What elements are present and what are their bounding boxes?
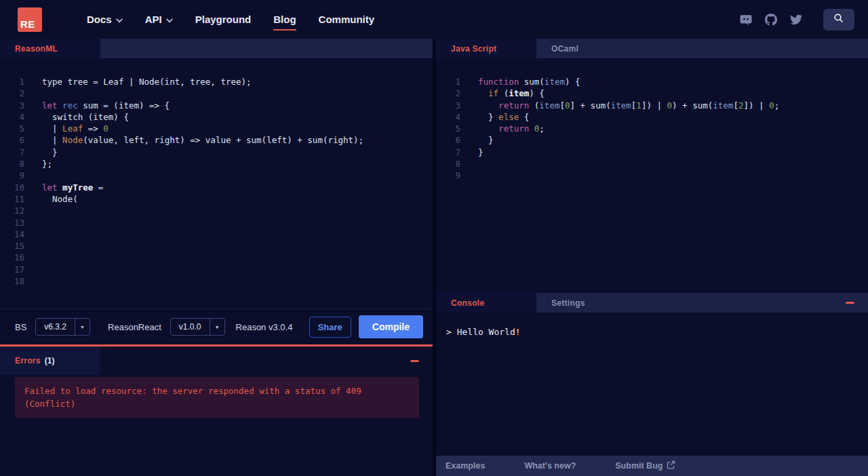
app-window: RE DocsAPIPlaygroundBlogCommunity (0, 0, 868, 476)
code-line: 18 (0, 275, 433, 287)
code-line: 14 (0, 229, 433, 240)
line-number: 10 (0, 182, 24, 193)
nav-item-playground[interactable]: Playground (195, 9, 252, 29)
footer-link-what-s-new-[interactable]: What's new? (524, 461, 576, 471)
code-text: return 0; (460, 123, 545, 134)
code-text (24, 240, 47, 252)
left-panel: ReasonML 1type tree = Leaf | Node(int, t… (0, 39, 433, 476)
line-number: 9 (436, 170, 460, 181)
code-line: 12 (0, 205, 433, 216)
line-number: 7 (0, 146, 24, 158)
code-text: let rec sum = (item) => { (24, 100, 170, 111)
line-number: 5 (436, 123, 460, 134)
code-text: if (item) { (460, 87, 545, 99)
error-message-line: (Conflict) (24, 397, 410, 410)
line-number: 11 (0, 193, 24, 205)
code-line: 1function sum(item) { (436, 76, 868, 87)
line-number: 1 (0, 76, 24, 87)
line-number: 9 (0, 170, 24, 181)
twitter-icon[interactable] (790, 14, 802, 26)
nav-item-blog[interactable]: Blog (273, 9, 296, 29)
line-number: 16 (0, 252, 24, 263)
tab-ocaml-label: OCaml (551, 44, 578, 54)
code-text (460, 158, 484, 170)
console-output-line: > Hello World! (446, 327, 521, 337)
code-line: 4 switch (item) { (0, 111, 433, 123)
line-number: 7 (436, 146, 460, 158)
footer-link-label: What's new? (524, 461, 576, 471)
line-number: 8 (0, 158, 24, 170)
nav-item-label: Playground (195, 14, 252, 25)
code-line: 17 (0, 264, 433, 275)
logo-text: RE (20, 18, 35, 30)
code-line: 7 } (0, 146, 433, 158)
share-button[interactable]: Share (309, 317, 351, 338)
code-text: function sum(item) { (460, 76, 580, 87)
reasonreact-version-dropdown[interactable]: v1.0.0 ▾ (170, 318, 225, 336)
line-number: 4 (0, 111, 24, 123)
discord-icon[interactable] (740, 14, 752, 26)
footer-link-examples[interactable]: Examples (446, 461, 485, 471)
tab-errors[interactable]: Errors (1) (0, 346, 100, 375)
compile-button[interactable]: Compile (359, 315, 423, 338)
search-button[interactable] (823, 9, 854, 31)
chevron-down-icon (116, 14, 123, 25)
code-line: 3 return (item[0] + sum(item[1]) | 0) + … (436, 100, 868, 111)
chevron-down-icon: ▾ (75, 319, 90, 335)
nav-item-api[interactable]: API (145, 9, 173, 29)
code-text (24, 275, 47, 287)
code-line: 5 return 0; (436, 123, 868, 134)
errors-header: Errors (1) (0, 346, 433, 375)
code-text: type tree = Leaf | Node(int, tree, tree)… (24, 76, 252, 87)
code-text: let myTree = (24, 182, 103, 193)
code-line: 7} (436, 146, 868, 158)
footer-link-submit-bug[interactable]: Submit Bug (615, 460, 675, 471)
bs-version-dropdown[interactable]: v6.3.2 ▾ (35, 318, 90, 336)
errors-title: Errors (15, 356, 41, 365)
javascript-output-editor[interactable]: 1function sum(item) {2 if (item) {3 retu… (436, 58, 868, 293)
code-line: 2 (0, 87, 433, 99)
line-number: 2 (0, 87, 24, 99)
line-number: 6 (0, 134, 24, 146)
code-line: 5 | Leaf => 0 (0, 123, 433, 134)
reason-logo[interactable]: RE (18, 7, 42, 32)
line-number: 15 (0, 240, 24, 252)
line-number: 6 (436, 134, 460, 146)
code-line: 11 Node( (0, 193, 433, 205)
code-text (24, 87, 47, 99)
code-text (24, 170, 47, 181)
footer-link-label: Examples (446, 461, 485, 471)
reasonreact-version-value: v1.0.0 (171, 319, 210, 335)
minimize-errors-icon[interactable] (410, 360, 419, 362)
code-line: 16 (0, 252, 433, 263)
code-text: | Node(value, left, right) => value + su… (24, 134, 363, 146)
reason-code-editor[interactable]: 1type tree = Leaf | Node(int, tree, tree… (0, 58, 433, 309)
tab-ocaml[interactable]: OCaml (536, 39, 593, 58)
code-text: | Leaf => 0 (24, 123, 108, 134)
right-tabstrip: Java Script OCaml (436, 39, 868, 58)
tab-reasonml[interactable]: ReasonML (0, 39, 100, 58)
code-line: 4 } else { (436, 111, 868, 123)
main-split: ReasonML 1type tree = Leaf | Node(int, t… (0, 39, 868, 476)
nav-item-label: Blog (273, 14, 296, 25)
top-nav: RE DocsAPIPlaygroundBlogCommunity (0, 0, 868, 39)
left-tabstrip: ReasonML (0, 39, 433, 58)
tab-settings[interactable]: Settings (536, 293, 600, 313)
code-text: Node( (24, 193, 78, 205)
nav-item-label: API (145, 14, 162, 25)
nav-item-docs[interactable]: Docs (87, 9, 123, 29)
tab-javascript[interactable]: Java Script (436, 39, 536, 58)
tab-console[interactable]: Console (436, 293, 536, 313)
code-text: switch (item) { (24, 111, 129, 123)
tab-javascript-label: Java Script (451, 44, 496, 54)
nav-item-community[interactable]: Community (319, 9, 375, 29)
minimize-console-icon[interactable] (846, 302, 854, 304)
code-line: 6 } (436, 134, 868, 146)
error-message-line: Failed to load resource: the server resp… (24, 384, 410, 397)
tab-console-label: Console (451, 298, 484, 308)
code-line: 9 (436, 170, 868, 181)
code-text: } else { (460, 111, 529, 123)
code-line: 8}; (0, 158, 433, 170)
right-panel: Java Script OCaml 1function sum(item) {2… (436, 39, 868, 476)
github-icon[interactable] (765, 14, 777, 26)
